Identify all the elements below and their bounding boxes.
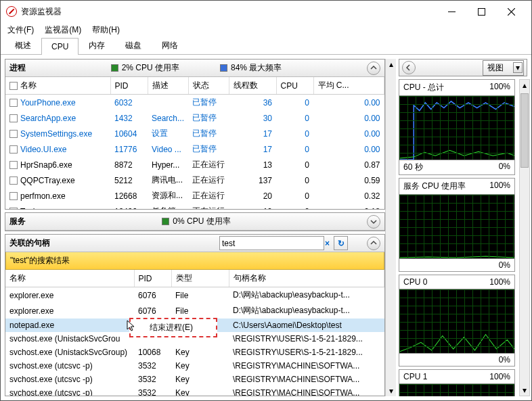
- table-row[interactable]: perfmon.exe12668资源和...正在运行2000.32: [5, 188, 384, 204]
- row-checkbox[interactable]: [9, 99, 18, 107]
- collapse-handles-button[interactable]: [367, 237, 380, 250]
- table-row[interactable]: svchost.exe (utcsvc -p)3532Key\REGISTRY\…: [5, 359, 384, 373]
- table-row[interactable]: YourPhone.exe6032已暂停3600.00: [5, 95, 384, 111]
- scroll-down-icon[interactable]: ▾: [386, 385, 396, 396]
- col-cpu[interactable]: CPU: [276, 77, 313, 95]
- col-pid[interactable]: PID: [110, 77, 148, 95]
- processes-title: 进程: [9, 62, 26, 74]
- table-row[interactable]: explorer.exe6076FileD:\网站\abackup\easyba…: [5, 303, 384, 319]
- col-name: 名称: [5, 77, 110, 95]
- svg-rect-0: [478, 8, 485, 15]
- tab-overview[interactable]: 概述: [5, 36, 41, 55]
- search-results-bar: "test"的搜索结果: [5, 252, 384, 270]
- menu-help[interactable]: 帮助(H): [89, 23, 123, 37]
- row-checkbox[interactable]: [9, 145, 18, 154]
- menubar: 文件(F) 监视器(M) 帮助(H): [1, 22, 531, 37]
- refresh-search-button[interactable]: ↻: [334, 236, 348, 250]
- graph-canvas: [399, 383, 514, 396]
- graph-max: 100%: [489, 372, 510, 381]
- window-title: 资源监视器: [21, 6, 437, 18]
- table-row[interactable]: HprSnap6.exe8872Hyper...正在运行1300.87: [5, 157, 384, 172]
- maximize-button[interactable]: [466, 1, 496, 22]
- graph-canvas: [399, 194, 514, 259]
- row-checkbox[interactable]: [9, 192, 18, 200]
- view-dropdown[interactable]: 视图 ▾: [483, 60, 524, 76]
- scrollbar-thumb[interactable]: [520, 93, 529, 168]
- handles-title: 关联的句柄: [9, 237, 50, 249]
- table-row[interactable]: explorer.exe6076FileD:\网站\abackup\easyba…: [5, 287, 384, 304]
- tab-memory[interactable]: 内存: [79, 36, 115, 55]
- col-avg[interactable]: 平均 C...: [313, 77, 384, 95]
- processes-panel: 进程 2% CPU 使用率 84% 最大频率 名称 PID 描述 状态 线程数: [5, 59, 385, 210]
- cursor-icon: [127, 320, 137, 332]
- tab-cpu[interactable]: CPU: [41, 38, 79, 55]
- select-all-checkbox[interactable]: [9, 82, 18, 90]
- hcol-name[interactable]: 名称: [5, 270, 134, 287]
- scroll-down-icon[interactable]: ▾: [520, 385, 529, 396]
- clear-search-icon[interactable]: ×: [324, 239, 331, 248]
- col-status[interactable]: 状态: [188, 77, 229, 95]
- app-icon: [6, 6, 17, 17]
- view-label: 视图: [487, 62, 504, 74]
- graphs-header: 视图 ▾: [399, 59, 527, 76]
- graphs-scrollbar[interactable]: ▴ ▾: [519, 79, 530, 396]
- graph-title: CPU 1: [403, 372, 427, 381]
- processes-table[interactable]: 名称 PID 描述 状态 线程数 CPU 平均 C... YourPhone.e…: [5, 77, 384, 209]
- hcol-hname[interactable]: 句柄名称: [229, 270, 384, 287]
- table-row[interactable]: svchost.exe (utcsvc -p)3532Key\REGISTRY\…: [5, 373, 384, 386]
- max-freq-icon: [220, 64, 227, 72]
- graph-max: 100%: [489, 277, 510, 287]
- row-checkbox[interactable]: [9, 176, 18, 185]
- context-menu: 结束进程(E): [129, 318, 217, 337]
- dropdown-arrow-icon: ▾: [513, 62, 523, 73]
- collapse-processes-button[interactable]: [367, 62, 380, 75]
- table-row[interactable]: SystemSettings.exe10604设置已暂停1700.00: [5, 126, 384, 141]
- row-checkbox[interactable]: [9, 208, 18, 209]
- col-threads[interactable]: 线程数: [229, 77, 276, 95]
- table-row[interactable]: SearchApp.exe1432Search...已暂停3000.00: [5, 110, 384, 126]
- row-checkbox[interactable]: [9, 114, 18, 122]
- handles-search-input[interactable]: [222, 239, 324, 248]
- services-panel: 服务 0% CPU 使用率: [5, 212, 385, 231]
- minimize-button[interactable]: [437, 1, 466, 22]
- left-scrollbar[interactable]: ▴ ▾: [385, 59, 396, 396]
- graph-title: CPU 0: [403, 277, 427, 287]
- table-row[interactable]: Video.UI.exe11776Video ...已暂停1700.00: [5, 141, 384, 157]
- graph-max: 100%: [489, 82, 510, 93]
- graph-block: 服务 CPU 使用率100%0%: [399, 178, 515, 272]
- hcol-pid[interactable]: PID: [134, 270, 171, 287]
- table-row[interactable]: Taskmgr.exe12496任务管...正在运行1900.18: [5, 204, 384, 209]
- close-button[interactable]: [496, 1, 526, 22]
- titlebar: 资源监视器: [1, 1, 531, 22]
- graph-foot-right: 0%: [499, 260, 510, 270]
- table-row[interactable]: QQPCTray.exe5212腾讯电...正在运行13700.59: [5, 172, 384, 188]
- max-freq-label: 84% 最大频率: [231, 62, 282, 74]
- graph-max: 100%: [489, 181, 510, 192]
- ctx-end-process[interactable]: 结束进程(E): [131, 319, 216, 336]
- table-row[interactable]: svchost.exe (utcsvc -p)3532Key\REGISTRY\…: [5, 386, 384, 396]
- services-title: 服务: [9, 216, 26, 227]
- handles-panel: 关联的句柄 × ↻ "test"的搜索结果 名称 PID 类型: [5, 234, 385, 396]
- tab-network[interactable]: 网络: [152, 36, 188, 55]
- cpu-usage-icon: [111, 64, 118, 72]
- collapse-graphs-button[interactable]: [402, 61, 416, 74]
- table-row[interactable]: svchost.exe (UnistackSvcGroup)10068Key\R…: [5, 346, 384, 359]
- row-checkbox[interactable]: [9, 130, 18, 138]
- graph-block: CPU 1100%: [399, 369, 515, 396]
- svc-cpu-label: 0% CPU 使用率: [173, 216, 230, 227]
- graph-block: CPU - 总计100%60 秒0%: [399, 79, 515, 175]
- menu-file[interactable]: 文件(F): [5, 23, 37, 37]
- col-desc[interactable]: 描述: [148, 77, 188, 95]
- scroll-up-icon[interactable]: ▴: [520, 80, 529, 91]
- row-checkbox[interactable]: [9, 161, 18, 169]
- graph-title: CPU - 总计: [403, 82, 444, 93]
- handles-search-box: ×: [219, 236, 324, 250]
- collapse-services-button[interactable]: [367, 215, 380, 229]
- scroll-up-icon[interactable]: ▴: [386, 59, 396, 70]
- graph-canvas: [399, 95, 514, 160]
- tab-disk[interactable]: 磁盘: [115, 36, 152, 55]
- graph-title: 服务 CPU 使用率: [403, 181, 466, 192]
- menu-monitor[interactable]: 监视器(M): [42, 23, 84, 37]
- tabstrip: 概述 CPU 内存 磁盘 网络: [1, 37, 531, 55]
- hcol-type[interactable]: 类型: [171, 270, 229, 287]
